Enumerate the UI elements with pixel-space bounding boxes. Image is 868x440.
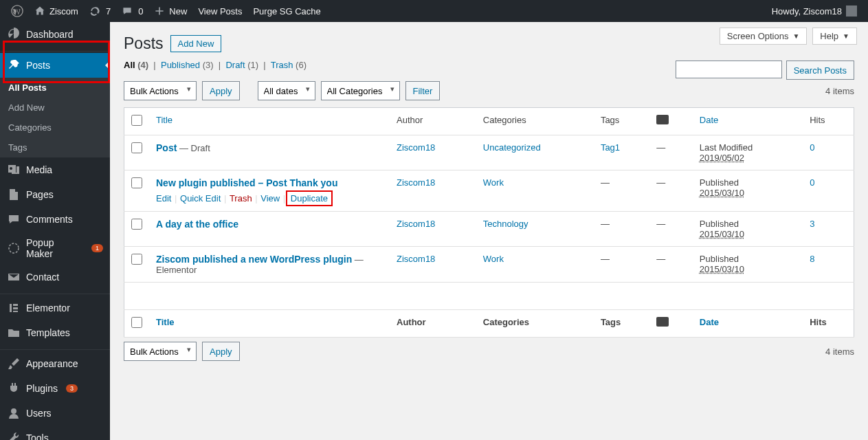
hits-link[interactable]: 3 (810, 219, 814, 229)
sidebar-item-pages[interactable]: Pages (0, 182, 110, 207)
post-title-link[interactable]: Post (156, 142, 177, 153)
add-new-button[interactable]: Add New (170, 35, 222, 52)
author-link[interactable]: Ziscom18 (397, 254, 435, 264)
sidebar-item-plugins[interactable]: Plugins3 (0, 376, 110, 393)
bulk-actions-select-bottom[interactable]: Bulk Actions (124, 342, 197, 361)
tags-cell: — (594, 247, 649, 283)
col-comments (649, 108, 693, 135)
popup-badge: 1 (91, 244, 103, 252)
col-date[interactable]: Date (700, 115, 718, 125)
col-title[interactable]: Title (156, 115, 173, 125)
category-link[interactable]: Work (483, 177, 504, 188)
col-author: Author (390, 310, 476, 338)
hits-link[interactable]: 8 (810, 254, 814, 264)
sidebar-item-appearance[interactable]: Appearance (0, 351, 110, 376)
sidebar-subitem-tags[interactable]: Tags (0, 138, 110, 157)
col-date[interactable]: Date (700, 317, 719, 327)
pin-icon (7, 58, 21, 72)
site-name-label: Ziscom (49, 6, 78, 16)
howdy-label: Howdy, Ziscom18 (772, 6, 842, 16)
table-row: A day at the office Ziscom18 Technology … (124, 212, 854, 247)
sidebar-item-contact[interactable]: Contact (0, 265, 110, 289)
page-title: Posts (124, 34, 164, 53)
hits-link[interactable]: 0 (810, 142, 814, 153)
purge-cache-link[interactable]: Purge SG Cache (247, 0, 326, 22)
svg-rect-3 (13, 304, 18, 306)
filter-trash[interactable]: Trash (6) (271, 60, 307, 70)
tags-cell: — (594, 170, 649, 212)
select-all-checkbox-bottom[interactable] (131, 317, 142, 328)
site-name-link[interactable]: Ziscom (29, 0, 84, 22)
apply-button[interactable]: Apply (202, 81, 240, 100)
my-account-link[interactable]: Howdy, Ziscom18 (766, 0, 863, 22)
filter-button[interactable]: Filter (405, 81, 441, 100)
screen-options-button[interactable]: Screen Options▼ (720, 28, 808, 45)
search-input[interactable] (676, 60, 782, 78)
filter-draft[interactable]: Draft (1) (225, 60, 258, 70)
select-all-checkbox[interactable] (131, 115, 142, 126)
bulk-actions-select[interactable]: Bulk Actions (124, 81, 197, 100)
svg-point-1 (9, 243, 19, 253)
edit-link[interactable]: Edit (156, 193, 171, 204)
post-title-link[interactable]: A day at the office (156, 219, 238, 230)
apply-button-bottom[interactable]: Apply (202, 342, 240, 361)
comments-count: 0 (138, 6, 143, 16)
trash-link[interactable]: Trash (230, 193, 252, 204)
sidebar-item-elementor[interactable]: Elementor (0, 296, 110, 320)
sidebar-item-popup-maker[interactable]: Popup Maker1 (0, 232, 110, 265)
sidebar-item-templates[interactable]: Templates (0, 320, 110, 345)
view-link[interactable]: View (260, 193, 280, 204)
updates-link[interactable]: 7 (84, 0, 116, 22)
help-button[interactable]: Help▼ (812, 28, 857, 45)
row-checkbox[interactable] (131, 219, 142, 230)
popup-icon (7, 241, 21, 255)
author-link[interactable]: Ziscom18 (397, 142, 435, 153)
author-link[interactable]: Ziscom18 (397, 177, 435, 188)
filter-published[interactable]: Published (3) (161, 60, 214, 70)
new-content-link[interactable]: New (148, 0, 192, 22)
post-title-link[interactable]: Ziscom published a new WordPress plugin (156, 254, 352, 265)
col-title[interactable]: Title (156, 317, 175, 327)
duplicate-link[interactable]: Duplicate (291, 193, 328, 204)
hits-link[interactable]: 0 (810, 177, 814, 188)
view-posts-link[interactable]: View Posts (192, 0, 247, 22)
filter-all[interactable]: All (4) (124, 60, 148, 70)
comment-icon (656, 115, 669, 124)
posts-table: Title Author Categories Tags Date Hits P… (124, 107, 854, 338)
col-categories: Categories (476, 108, 594, 135)
post-state: — Draft (177, 143, 210, 153)
date-value: 2015/03/10 (700, 229, 744, 239)
date-filter-select[interactable]: All dates (258, 81, 315, 100)
sidebar-item-dashboard[interactable]: Dashboard (0, 22, 110, 47)
comments-link[interactable]: 0 (116, 0, 148, 22)
category-filter-select[interactable]: All Categories (321, 81, 400, 100)
row-checkbox[interactable] (131, 177, 142, 188)
col-hits: Hits (803, 310, 854, 338)
category-link[interactable]: Work (483, 254, 504, 264)
comments-cell: — (649, 135, 693, 170)
row-checkbox[interactable] (131, 142, 142, 153)
search-posts-button[interactable]: Search Posts (786, 60, 854, 80)
admin-sidebar: Dashboard Posts All Posts Add New Catego… (0, 22, 110, 393)
category-link[interactable]: Uncategorized (483, 142, 541, 153)
comments-cell: — (649, 212, 693, 247)
post-title-link[interactable]: New plugin published – Post Thank you (156, 177, 337, 188)
date-value: 2015/03/10 (700, 188, 744, 198)
date-value: 2019/05/02 (700, 153, 744, 163)
sidebar-item-posts[interactable]: Posts (0, 53, 110, 78)
row-checkbox[interactable] (131, 254, 142, 265)
author-link[interactable]: Ziscom18 (397, 219, 435, 229)
tag-link[interactable]: Tag1 (601, 142, 620, 153)
sidebar-item-comments[interactable]: Comments (0, 207, 110, 232)
sidebar-subitem-categories[interactable]: Categories (0, 118, 110, 138)
sidebar-subitem-all-posts[interactable]: All Posts (0, 78, 110, 98)
comments-cell: — (649, 170, 693, 212)
quick-edit-link[interactable]: Quick Edit (180, 193, 221, 204)
avatar (846, 6, 857, 16)
sidebar-item-media[interactable]: Media (0, 157, 110, 182)
mail-icon (7, 270, 21, 284)
sidebar-subitem-add-new[interactable]: Add New (0, 98, 110, 118)
caret-down-icon: ▼ (792, 32, 799, 40)
category-link[interactable]: Technology (483, 219, 528, 229)
wp-logo[interactable] (5, 0, 29, 22)
